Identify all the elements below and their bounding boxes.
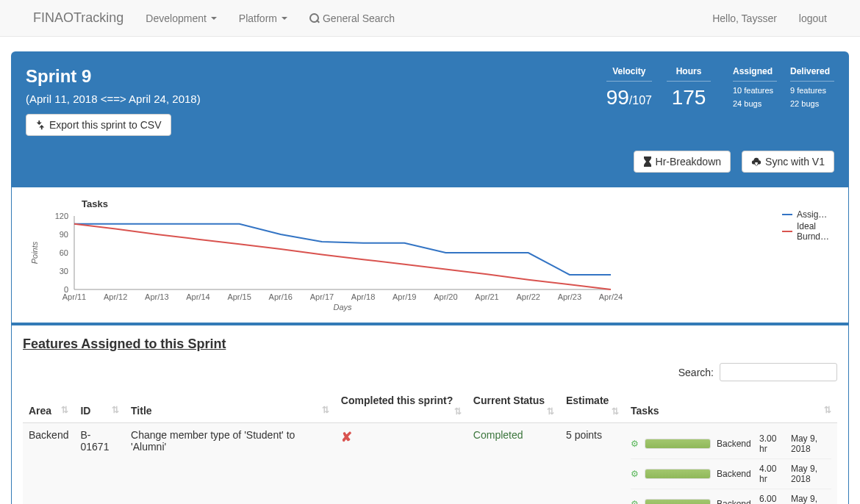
velocity-total: /107 [629, 94, 652, 107]
task-date: May 9, 2018 [791, 464, 831, 484]
cell-area: Backend [23, 423, 74, 505]
col-tasks[interactable]: Tasks⇅ [625, 389, 837, 423]
svg-text:Apr/14: Apr/14 [186, 292, 209, 301]
task-item: ⚙Backend6.00 hrMay 9, 2018 [631, 489, 831, 504]
task-hours: 4.00 hr [759, 464, 785, 484]
svg-text:Apr/21: Apr/21 [475, 292, 498, 301]
svg-text:Apr/23: Apr/23 [558, 292, 581, 301]
svg-text:90: 90 [60, 230, 68, 239]
navbar: FINAOTracking Development Platform Gener… [0, 0, 860, 37]
svg-text:Apr/19: Apr/19 [393, 292, 416, 301]
cell-status: Completed [467, 423, 560, 505]
table-row: BackendB-01671Change member type of 'Stu… [23, 423, 837, 505]
svg-text:Apr/22: Apr/22 [516, 292, 540, 301]
hours-value: 175 [667, 86, 711, 109]
task-area: Backend [717, 469, 753, 479]
nav-logout[interactable]: logout [788, 1, 838, 35]
nav-platform[interactable]: Platform [228, 1, 298, 35]
sort-icon: ⇅ [824, 405, 831, 415]
nav-platform-label: Platform [239, 12, 277, 24]
gear-icon[interactable]: ⚙ [631, 469, 639, 479]
sort-icon: ⇅ [322, 405, 329, 415]
svg-text:Apr/20: Apr/20 [434, 292, 457, 301]
legend-label-assigned: Assig… [797, 209, 827, 220]
features-section-title: Features Assigned to this Sprint [23, 336, 837, 352]
svg-text:120: 120 [55, 212, 68, 220]
sort-icon: ⇅ [61, 405, 68, 415]
svg-text:30: 30 [60, 267, 68, 276]
hr-breakdown-label: Hr-Breakdown [656, 156, 721, 168]
cell-title: Change member type of 'Student' to 'Alum… [125, 423, 335, 505]
col-title[interactable]: Title⇅ [125, 389, 335, 423]
nav-development[interactable]: Development [135, 1, 228, 35]
gear-icon[interactable]: ⚙ [631, 439, 639, 449]
delivered-features: 9 features [790, 86, 834, 95]
task-date: May 9, 2018 [791, 494, 831, 504]
svg-text:Apr/16: Apr/16 [269, 292, 293, 301]
delivered-label: Delivered [790, 66, 834, 82]
svg-text:Apr/24: Apr/24 [599, 292, 623, 301]
col-status[interactable]: Current Status⇅ [467, 389, 560, 423]
task-hours: 3.00 hr [759, 433, 785, 454]
gear-icon[interactable]: ⚙ [631, 499, 639, 504]
task-item: ⚙Backend3.00 hrMay 9, 2018 [631, 429, 831, 458]
sort-icon: ⇅ [612, 406, 619, 417]
cell-completed: ✘ [335, 423, 467, 505]
assigned-features: 10 features [733, 86, 777, 95]
delivered-bugs: 22 bugs [790, 99, 834, 108]
legend-swatch [782, 231, 792, 232]
task-hours: 6.00 hr [759, 494, 785, 504]
sort-icon: ⇅ [547, 406, 554, 417]
task-area: Backend [717, 499, 753, 504]
sort-icon: ⇅ [112, 405, 119, 415]
sync-v1-label: Sync with V1 [765, 156, 825, 168]
hourglass-icon [643, 156, 652, 167]
col-id[interactable]: ID⇅ [74, 389, 125, 423]
col-area[interactable]: Area⇅ [23, 389, 74, 423]
svg-text:Apr/11: Apr/11 [62, 292, 86, 301]
legend-label-ideal: Ideal Burnd… [797, 221, 834, 242]
search-input[interactable] [720, 363, 837, 381]
task-progress [645, 439, 711, 449]
svg-text:Apr/13: Apr/13 [145, 292, 168, 301]
cell-estimate: 5 points [560, 423, 625, 505]
col-estimate[interactable]: Estimate⇅ [560, 389, 625, 423]
assigned-label: Assigned [733, 66, 777, 82]
svg-text:Apr/17: Apr/17 [310, 292, 334, 301]
assigned-bugs: 24 bugs [733, 99, 777, 108]
sort-icon: ⇅ [454, 406, 462, 417]
cell-id: B-01671 [74, 423, 125, 505]
col-completed[interactable]: Completed this sprint?⇅ [335, 389, 467, 423]
task-progress [645, 499, 711, 504]
sprint-title: Sprint 9 [26, 66, 606, 87]
legend-swatch [782, 214, 792, 215]
sprint-dates: (April 11, 2018 <==> April 24, 2018) [26, 93, 606, 105]
chart-title: Tasks [82, 198, 837, 209]
caret-icon [282, 17, 287, 20]
svg-text:60: 60 [60, 248, 68, 257]
svg-text:Days: Days [333, 303, 352, 312]
sync-v1-button[interactable]: Sync with V1 [742, 151, 834, 173]
task-date: May 9, 2018 [791, 433, 831, 454]
nav-hello-user[interactable]: Hello, Taysser [701, 1, 788, 35]
velocity-label: Velocity [606, 66, 652, 82]
x-icon: ✘ [341, 430, 352, 444]
export-csv-label: Export this sprint to CSV [49, 119, 162, 131]
cloud-download-icon [751, 156, 762, 167]
export-csv-button[interactable]: Export this sprint to CSV [26, 114, 171, 136]
burndown-chart: Tasks 0306090120Apr/11Apr/12Apr/13Apr/14… [12, 187, 848, 323]
brand-link[interactable]: FINAOTracking [22, 0, 135, 37]
nav-development-label: Development [146, 12, 207, 24]
hr-breakdown-button[interactable]: Hr-Breakdown [634, 151, 731, 173]
features-table: Area⇅ ID⇅ Title⇅ Completed this sprint?⇅… [23, 389, 837, 504]
search-label: Search: [678, 367, 714, 378]
task-item: ⚙Backend4.00 hrMay 9, 2018 [631, 458, 831, 489]
caret-icon [211, 17, 217, 20]
nav-general-search[interactable]: General Search [298, 1, 406, 35]
chart-legend: Assig… Ideal Burnd… [782, 209, 834, 243]
hours-label: Hours [667, 66, 711, 82]
svg-text:Apr/15: Apr/15 [227, 292, 251, 301]
velocity-done: 99 [606, 86, 629, 109]
svg-text:Apr/18: Apr/18 [351, 292, 375, 301]
svg-text:Apr/12: Apr/12 [104, 292, 127, 301]
